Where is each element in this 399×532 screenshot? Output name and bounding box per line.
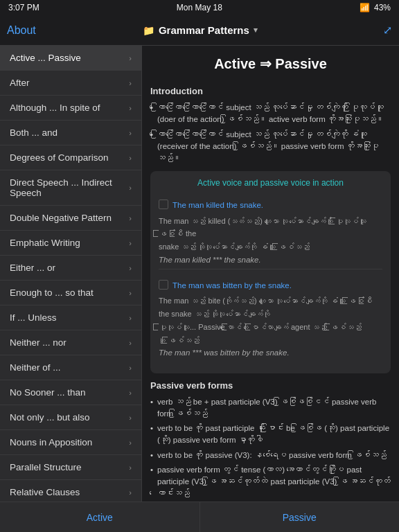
detail-panel: Active ⇒ Passive Introduction ကြောင်ကြော… — [142, 46, 399, 502]
in-action-and: and — [244, 178, 260, 188]
sidebar-item-7[interactable]: Emphatic Writing› — [0, 231, 141, 256]
passive-bullet-0: verb သည် be + past participle (V3) ဖြစ်ဖ… — [150, 395, 391, 422]
intro-bullet-1: ကြောင်ကြောင်ကြောင်ကြောင် subject သည် လုပ… — [150, 127, 391, 166]
example-block-1: The man killed the snake. The man သည် ki… — [159, 193, 382, 269]
detail-body: Introduction ကြောင်ကြောင်ကြောင်ကြောင် su… — [142, 79, 399, 502]
nav-right: ⤢ — [364, 24, 392, 37]
sidebar-item-label-7: Emphatic Writing — [10, 238, 80, 248]
sidebar-chevron-5: › — [129, 184, 132, 192]
sidebar-chevron-13: › — [129, 389, 132, 397]
status-time: 3:07 PM — [8, 3, 39, 12]
sidebar-item-17[interactable]: Relative Clauses› — [0, 480, 141, 502]
sidebar-item-8[interactable]: Either ... or› — [0, 256, 141, 281]
sidebar-chevron-2: › — [129, 104, 132, 112]
sidebar-item-label-1: After — [10, 78, 30, 88]
nav-center-title[interactable]: 📁 Grammar Patterns ▾ — [143, 24, 258, 36]
example-sentence-2: The man was bitten by the snake. — [172, 279, 292, 292]
expand-icon[interactable]: ⤢ — [383, 24, 392, 36]
sidebar-chevron-9: › — [129, 289, 132, 297]
status-day: Mon May 18 — [177, 3, 222, 12]
sidebar-item-label-13: No Sooner ... than — [10, 387, 86, 398]
sidebar-chevron-6: › — [129, 214, 132, 222]
sidebar-item-5[interactable]: Direct Speech ... Indirect Speech› — [0, 170, 141, 206]
checkbox-2[interactable] — [159, 280, 168, 290]
wifi-icon: 📶 — [360, 3, 370, 12]
checkbox-row-1: The man killed the snake. — [159, 199, 382, 211]
passive-bullet-2: verb to be ကို passive (V3): နစ်ရေပေ pas… — [150, 448, 391, 463]
in-action-passive-text: passive voice — [260, 178, 310, 188]
back-label: About — [7, 24, 36, 36]
sidebar-chevron-8: › — [129, 264, 132, 272]
sidebar-item-2[interactable]: Although ... In spite of› — [0, 96, 141, 121]
sidebar-item-11[interactable]: Neither ... nor› — [0, 330, 141, 355]
sidebar-item-0[interactable]: Active ... Passive› — [0, 46, 141, 71]
sidebar-chevron-15: › — [129, 438, 132, 447]
sidebar-item-16[interactable]: Parallel Structure› — [0, 455, 141, 480]
bottom-tabs: Active Passive — [0, 502, 399, 532]
sidebar-item-label-12: Neither of ... — [10, 362, 61, 373]
battery-level: 43% — [374, 3, 391, 12]
sidebar-item-13[interactable]: No Sooner ... than› — [0, 380, 141, 405]
sidebar-chevron-4: › — [129, 154, 132, 162]
sidebar-item-1[interactable]: After› — [0, 71, 141, 96]
example-sentence-1: The man killed the snake. — [172, 199, 263, 211]
passive-bullets: verb သည် be + past participle (V3) ဖြစ်ဖ… — [150, 395, 391, 502]
back-button[interactable]: About — [7, 24, 36, 37]
sidebar-item-label-10: If ... Unless — [10, 312, 57, 323]
example-sentence-2b: The man *** was bitten by the snake. — [159, 346, 382, 359]
sidebar-chevron-3: › — [129, 129, 132, 137]
example-myanmar-2: The man သည် bite (ကိုက်သည်) ဟူသော လုပ်ဆေ… — [159, 294, 382, 346]
intro-section-title: Introduction — [150, 86, 391, 96]
sidebar-chevron-10: › — [129, 314, 132, 322]
sidebar-item-label-0: Active ... Passive — [10, 53, 81, 63]
sidebar-item-10[interactable]: If ... Unless› — [0, 305, 141, 330]
folder-icon: 📁 — [143, 25, 154, 36]
sidebar-item-label-3: Both ... and — [10, 127, 57, 138]
sidebar-chevron-14: › — [129, 414, 132, 422]
sidebar: Active ... Passive›After›Although ... In… — [0, 46, 142, 502]
sidebar-chevron-0: › — [129, 54, 132, 62]
passive-bullet-3: passive verb form တွင် tense (ကာလ) အတောင… — [150, 463, 391, 502]
sidebar-item-3[interactable]: Both ... and› — [0, 121, 141, 145]
sidebar-item-15[interactable]: Nouns in Apposition› — [0, 430, 141, 455]
checkbox-row-2: The man was bitten by the snake. — [159, 279, 382, 292]
sidebar-chevron-17: › — [129, 488, 132, 497]
sidebar-chevron-12: › — [129, 364, 132, 372]
sidebar-item-9[interactable]: Enough to ... so that› — [0, 281, 141, 305]
in-action-title-text: Active voice — [197, 178, 242, 188]
intro-bullet-0: ကြောင်ကြောင်ကြောင်ကြောင် subject သည် လုပ… — [150, 100, 391, 127]
sidebar-item-14[interactable]: Not only ... but also› — [0, 405, 141, 430]
sidebar-item-12[interactable]: Neither of ...› — [0, 355, 141, 380]
sidebar-item-label-17: Relative Clauses — [10, 487, 80, 497]
sidebar-chevron-11: › — [129, 339, 132, 347]
sidebar-item-label-11: Neither ... nor — [10, 337, 66, 348]
nav-center: 📁 Grammar Patterns ▾ — [36, 24, 364, 36]
example-sentence-1b: The man killed *** the snake. — [159, 254, 382, 266]
nav-grammar-title: Grammar Patterns — [159, 24, 249, 36]
tab-passive[interactable]: Passive — [200, 502, 400, 532]
sidebar-item-label-4: Degrees of Comparison — [10, 152, 109, 163]
sidebar-chevron-7: › — [129, 239, 132, 247]
example-block-2: The man was bitten by the snake. The man… — [159, 274, 382, 362]
nav-bar: About 📁 Grammar Patterns ▾ ⤢ — [0, 15, 399, 46]
sidebar-item-6[interactable]: Double Negative Pattern› — [0, 206, 141, 231]
passive-forms-title: Passive verb forms — [150, 380, 391, 391]
sidebar-chevron-16: › — [129, 463, 132, 472]
sidebar-item-label-16: Parallel Structure — [10, 462, 82, 472]
main-content: Active ... Passive›After›Although ... In… — [0, 46, 399, 502]
sidebar-item-label-6: Double Negative Pattern — [10, 213, 112, 223]
sidebar-item-label-5: Direct Speech ... Indirect Speech — [10, 177, 129, 198]
sidebar-item-4[interactable]: Degrees of Comparison› — [0, 145, 141, 170]
sidebar-item-label-15: Nouns in Apposition — [10, 437, 92, 447]
in-action-title: Active voice and passive voice in action — [159, 178, 382, 188]
checkbox-1[interactable] — [159, 200, 168, 209]
sidebar-item-label-9: Enough to ... so that — [10, 287, 94, 298]
in-action-box: Active voice and passive voice in action… — [150, 171, 391, 373]
status-right: 📶 43% — [360, 3, 391, 12]
in-action-suffix: in action — [312, 178, 344, 188]
tab-active[interactable]: Active — [0, 502, 200, 532]
sidebar-chevron-1: › — [129, 79, 132, 87]
detail-title: Active ⇒ Passive — [142, 46, 399, 79]
sidebar-item-label-2: Although ... In spite of — [10, 103, 100, 113]
example-myanmar-1: The man သည် killed (သတ်သည်) ဟူသော လုပ်ဆေ… — [159, 215, 382, 254]
